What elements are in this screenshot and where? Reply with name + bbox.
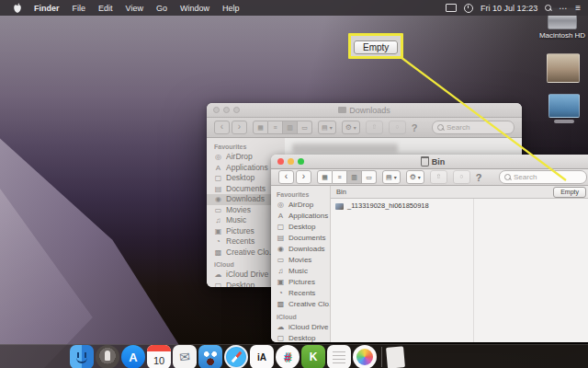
- tag-button[interactable]: [453, 170, 470, 184]
- calendar-dock-icon[interactable]: 10: [147, 345, 171, 368]
- sidebar-item-label: Recents: [288, 288, 315, 299]
- launchpad-dock-icon[interactable]: [96, 345, 119, 368]
- icon-view-button[interactable]: [253, 121, 268, 134]
- spotlight-search-icon[interactable]: [545, 5, 551, 11]
- location-label: Bin: [336, 188, 346, 196]
- help-icon[interactable]: ?: [476, 172, 482, 183]
- minimize-button[interactable]: [223, 107, 230, 113]
- back-button[interactable]: [278, 170, 294, 184]
- blurred-file-row: [292, 144, 398, 153]
- dock-icon-glyph: [381, 347, 382, 367]
- sidebar-item-icon: ▩: [214, 247, 222, 259]
- icon-view-button[interactable]: [317, 170, 333, 184]
- list-view-button[interactable]: [268, 121, 283, 134]
- sidebar-item-icloud-desktop[interactable]: ▢ Desktop: [277, 333, 330, 342]
- menu-file[interactable]: File: [66, 4, 93, 13]
- dock-icon-glyph: A: [121, 345, 145, 368]
- window-title: Downloads: [207, 106, 522, 115]
- zoom-button[interactable]: [298, 158, 304, 165]
- sidebar-item-applications[interactable]: A Applications: [277, 211, 330, 222]
- sidebar-item-icon: ▢: [214, 281, 222, 288]
- sidebar-item-airdrop[interactable]: ◎ AirDrop: [277, 200, 330, 211]
- separator-dock-icon[interactable]: [381, 347, 382, 367]
- menu-view[interactable]: View: [119, 4, 150, 13]
- notification-center-icon[interactable]: ≡: [575, 3, 581, 13]
- group-menu-button[interactable]: [382, 170, 401, 184]
- app-store-dock-icon[interactable]: A: [121, 345, 145, 368]
- sidebar-item-icon: A: [277, 211, 285, 222]
- minimize-button[interactable]: [288, 158, 294, 165]
- safari-dock-icon[interactable]: [224, 345, 248, 368]
- slack-dock-icon[interactable]: #: [276, 345, 300, 368]
- menu-bar-clock[interactable]: Fri 10 Jul 12:23: [481, 4, 537, 13]
- ia-writer-dock-icon[interactable]: iA: [250, 345, 274, 368]
- sidebar-item-icon: ▭: [277, 255, 285, 266]
- photos-dock-icon[interactable]: [353, 345, 377, 368]
- sidebar-item-icon: ♫: [214, 215, 222, 226]
- sidebar-item-recents[interactable]: ◔ Recents: [277, 288, 330, 299]
- tag-button[interactable]: [389, 121, 406, 134]
- mail-dock-icon[interactable]: ✉: [173, 345, 197, 368]
- desktop-icon-screenshot-file[interactable]: [548, 94, 581, 123]
- time-machine-icon[interactable]: [464, 4, 473, 13]
- menu-window[interactable]: Window: [174, 4, 216, 13]
- view-switcher: [317, 170, 377, 184]
- group-menu-button[interactable]: [318, 121, 336, 134]
- tweetbot-dock-icon[interactable]: [198, 345, 222, 368]
- close-button[interactable]: [277, 158, 284, 165]
- sidebar-item-downloads[interactable]: ◉ Downloads: [277, 244, 330, 255]
- window-controls: [213, 107, 240, 113]
- action-menu-button[interactable]: [342, 121, 360, 134]
- sidebar-item-icloud-drive[interactable]: ☁ iCloud Drive: [277, 322, 330, 333]
- sidebar-item-music[interactable]: ♫ Music: [277, 266, 330, 277]
- downloads-titlebar[interactable]: Downloads: [207, 103, 522, 118]
- empty-callout: Empty: [348, 33, 403, 59]
- action-menu-button[interactable]: [406, 170, 424, 184]
- sidebar-item-icon: ▢: [277, 333, 285, 342]
- column-view-button[interactable]: [347, 170, 362, 184]
- bin-titlebar[interactable]: Bin: [271, 155, 588, 169]
- siri-menu-icon[interactable]: ⋯: [559, 4, 568, 13]
- sidebar-item-documents[interactable]: ▤ Documents: [277, 233, 330, 244]
- forward-button[interactable]: [232, 121, 247, 134]
- sidebar-item-movies[interactable]: ▭ Movies: [277, 255, 330, 266]
- forward-button[interactable]: [296, 170, 311, 184]
- desktop-icon-photo-file[interactable]: [546, 53, 581, 83]
- finder-dock-icon[interactable]: [70, 345, 94, 368]
- search-input[interactable]: Search: [432, 121, 514, 134]
- gallery-view-button[interactable]: [298, 121, 312, 134]
- screenshot-thumbnail-icon: [548, 94, 580, 118]
- sidebar-item-label: Recents: [226, 236, 254, 247]
- sidebar-item-icon: ▭: [214, 205, 222, 216]
- empty-bin-button[interactable]: Empty: [553, 187, 586, 198]
- sidebar-item-icon: ▤: [214, 184, 222, 195]
- share-button[interactable]: [366, 121, 383, 134]
- menu-finder[interactable]: Finder: [28, 4, 66, 13]
- sidebar-item-creative-cloud[interactable]: ▩ Creative Clo...: [277, 299, 330, 310]
- sidebar-item-desktop[interactable]: ▢ Desktop: [277, 222, 330, 233]
- dock-icon-glyph: [386, 346, 405, 368]
- dock-icon-glyph: [96, 345, 119, 368]
- sidebar-item-icon: A: [214, 163, 222, 174]
- menu-edit[interactable]: Edit: [92, 4, 119, 13]
- close-button[interactable]: [213, 107, 220, 113]
- sidebar-item-icon: ◉: [277, 244, 285, 255]
- search-input[interactable]: Search: [499, 170, 587, 184]
- column-view-button[interactable]: [283, 121, 298, 134]
- gallery-view-button[interactable]: [362, 170, 377, 184]
- display-icon[interactable]: [446, 4, 457, 12]
- document-dock-icon[interactable]: [327, 345, 351, 368]
- menu-help[interactable]: Help: [216, 4, 246, 13]
- menu-go[interactable]: Go: [150, 4, 174, 13]
- back-button[interactable]: [214, 121, 230, 134]
- list-view-button[interactable]: [333, 170, 347, 184]
- help-icon[interactable]: ?: [412, 122, 418, 133]
- dock-icon-glyph: K: [301, 345, 325, 368]
- apple-menu[interactable]: [7, 3, 28, 14]
- share-button[interactable]: [430, 170, 447, 184]
- sidebar-item-pictures[interactable]: ▣ Pictures: [277, 277, 330, 288]
- zoom-button[interactable]: [233, 107, 240, 113]
- keka-dock-icon[interactable]: K: [301, 345, 325, 368]
- document-stack-dock-icon[interactable]: [386, 346, 405, 368]
- file-row_113319028_hi061850918[interactable]: _113319028_hi061850918: [335, 201, 588, 211]
